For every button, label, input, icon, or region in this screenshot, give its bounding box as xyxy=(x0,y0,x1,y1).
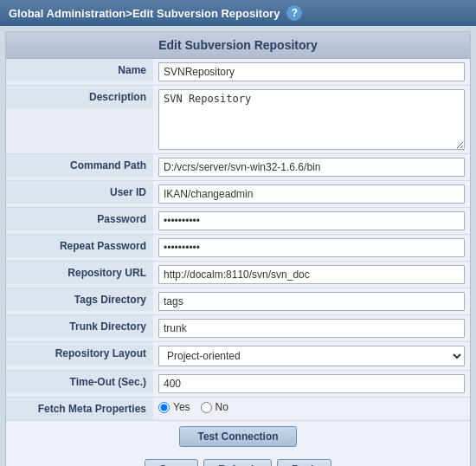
save-button[interactable]: Save xyxy=(145,459,198,466)
repository-url-input[interactable] xyxy=(158,265,465,284)
password-row: Password xyxy=(6,208,470,235)
repository-layout-row: Repository Layout Project-oriented Stand… xyxy=(6,342,470,371)
tags-directory-field-container xyxy=(153,288,470,314)
main-content: Edit Subversion Repository Name Descript… xyxy=(5,31,471,466)
page-wrapper: Global Administration>Edit Subversion Re… xyxy=(0,0,476,466)
tags-directory-label: Tags Directory xyxy=(6,288,153,311)
section-title: Edit Subversion Repository xyxy=(6,32,470,59)
name-field-container xyxy=(153,59,470,85)
command-path-row: Command Path xyxy=(6,154,470,181)
timeout-label: Time-Out (Sec.) xyxy=(6,371,153,393)
tags-directory-input[interactable] xyxy=(158,292,465,311)
test-connection-row: Test Connection xyxy=(6,421,470,452)
description-row: Description SVN Repository xyxy=(6,86,470,154)
repeat-password-label: Repeat Password xyxy=(6,235,153,257)
fetch-meta-label: Fetch Meta Properties xyxy=(6,398,153,420)
trunk-directory-row: Trunk Directory xyxy=(6,315,470,342)
repository-layout-field-container: Project-oriented Standard xyxy=(153,342,470,370)
repository-url-label: Repository URL xyxy=(6,262,153,284)
fetch-meta-no-radio[interactable] xyxy=(201,402,212,413)
action-buttons-row: Save Refresh Back xyxy=(6,452,470,466)
password-input[interactable] xyxy=(158,211,465,230)
fetch-meta-yes-text: Yes xyxy=(173,401,190,413)
fetch-meta-no-label[interactable]: No xyxy=(201,401,228,413)
user-id-input[interactable] xyxy=(158,184,465,204)
timeout-field-container xyxy=(153,371,470,397)
repository-url-row: Repository URL xyxy=(6,262,470,288)
command-path-label: Command Path xyxy=(6,154,153,177)
trunk-directory-field-container xyxy=(153,315,470,341)
command-path-field-container xyxy=(153,154,470,180)
test-connection-button[interactable]: Test Connection xyxy=(179,426,296,447)
header-bar: Global Administration>Edit Subversion Re… xyxy=(0,0,476,26)
repository-layout-select[interactable]: Project-oriented Standard xyxy=(158,346,465,366)
name-input[interactable] xyxy=(158,62,465,81)
trunk-directory-label: Trunk Directory xyxy=(6,315,153,338)
fetch-meta-no-text: No xyxy=(215,401,228,413)
user-id-label: User ID xyxy=(6,181,153,204)
repeat-password-field-container xyxy=(153,235,470,261)
back-button[interactable]: Back xyxy=(277,459,331,466)
password-field-container xyxy=(153,208,470,234)
name-row: Name xyxy=(6,59,470,86)
timeout-input[interactable] xyxy=(158,374,465,393)
tags-directory-row: Tags Directory xyxy=(6,288,470,315)
password-label: Password xyxy=(6,208,153,230)
description-field-container: SVN Repository xyxy=(153,86,470,153)
description-textarea[interactable]: SVN Repository xyxy=(158,89,465,150)
repeat-password-input[interactable] xyxy=(158,238,465,257)
refresh-button[interactable]: Refresh xyxy=(203,459,272,466)
timeout-row: Time-Out (Sec.) xyxy=(6,371,470,398)
breadcrumb: Global Administration>Edit Subversion Re… xyxy=(9,7,280,20)
user-id-row: User ID xyxy=(6,181,470,208)
fetch-meta-radio-group: Yes No xyxy=(158,401,228,413)
fetch-meta-field-container: Yes No xyxy=(153,398,470,417)
user-id-field-container xyxy=(153,181,470,207)
description-label: Description xyxy=(6,86,153,108)
fetch-meta-yes-radio[interactable] xyxy=(158,402,170,413)
command-path-input[interactable] xyxy=(158,158,465,177)
repository-url-field-container xyxy=(153,262,470,288)
name-label: Name xyxy=(6,59,153,81)
help-icon[interactable]: ? xyxy=(286,5,302,21)
trunk-directory-input[interactable] xyxy=(158,319,465,338)
fetch-meta-yes-label[interactable]: Yes xyxy=(158,401,190,413)
repository-layout-label: Repository Layout xyxy=(6,342,153,365)
repeat-password-row: Repeat Password xyxy=(6,235,470,262)
fetch-meta-row: Fetch Meta Properties Yes No xyxy=(6,398,470,421)
